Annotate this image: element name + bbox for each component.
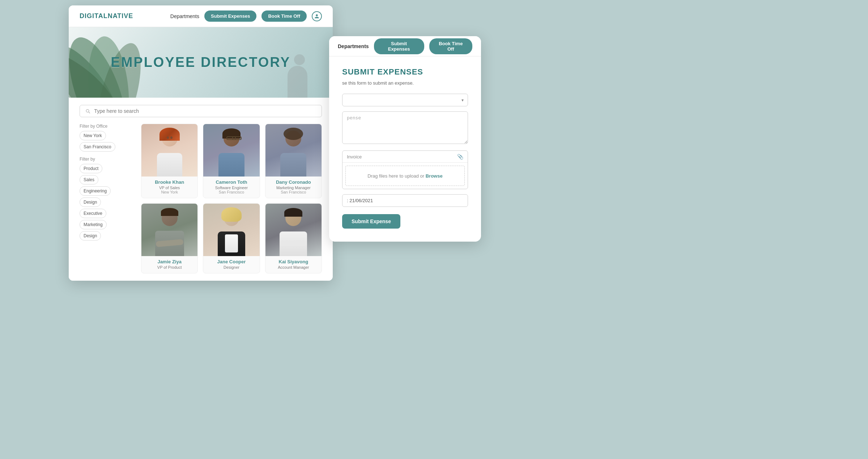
employee-name-dany: Dany Coronado [268,179,319,185]
user-profile-icon[interactable] [312,11,322,21]
nav-departments[interactable]: Departments [170,13,199,19]
nav-right: Departments Submit Expenses Book Time Of… [170,10,322,22]
filter-chip-design[interactable]: Design [80,197,101,207]
employee-photo-dany [265,124,322,177]
employee-card-info-kai: Kai Siyavong Account Manager [265,256,322,273]
employee-card-jamie[interactable]: Jamie Ziya VP of Product [141,203,198,273]
hero-title: EMPLOYEE DIRECTORY [111,55,290,70]
date-input[interactable] [342,194,468,207]
exp-book-time-off-button[interactable]: Book Time Off [429,38,472,54]
employee-name-kai: Kai Siyavong [268,259,319,264]
employee-title-jane: Designer [205,265,257,269]
filter-chip-marketing[interactable]: Marketing [80,220,107,229]
main-window: DIGITALNATIVE Departments Submit Expense… [69,5,333,281]
employee-card-info-brooke: Brooke Khan VP of Sales New York [141,177,197,198]
upload-label-text: Invoice [347,154,362,160]
employee-card-info-cameron: Cameron Toth Software Engineer San Franc… [203,177,259,198]
exp-nav-departments[interactable]: Departments [338,43,369,49]
book-time-off-button[interactable]: Book Time Off [261,10,307,22]
date-group [342,194,468,207]
employee-location-cameron: San Francisco [205,190,257,194]
expense-description-input[interactable] [342,111,468,144]
filter-chip-sanfrancisco[interactable]: San Francisco [80,142,115,152]
description-group [342,111,468,145]
dept-filter-label: Filter by [80,157,134,162]
employee-card-dany[interactable]: Dany Coronado Marketing Manager San Fran… [265,124,322,198]
expenses-description: se this form to submit an expense. [342,80,468,86]
submit-expenses-button[interactable]: Submit Expenses [204,10,256,22]
employee-card-info-jane: Jane Cooper Designer [203,256,259,273]
employee-card-brooke[interactable]: Brooke Khan VP of Sales New York [141,124,198,198]
filter-chip-newyork[interactable]: New York [80,131,106,140]
expenses-panel: Departments Submit Expenses Book Time Of… [329,36,481,242]
filter-chip-design2[interactable]: Design [80,231,101,241]
employee-grid: Brooke Khan VP of Sales New York [141,124,322,273]
employee-card-jane[interactable]: Jane Cooper Designer [203,203,260,273]
upload-drop-area[interactable]: Drag files here to upload or Browse [345,166,465,186]
submit-expense-button[interactable]: Submit Expense [342,214,400,229]
search-bar [80,105,322,117]
employee-location-brooke: New York [144,190,195,194]
paperclip-icon: 📎 [457,154,463,160]
employee-name-jamie: Jamie Ziya [144,259,195,264]
office-filter-group: Filter by Office New York San Francisco [80,124,134,152]
employee-photo-jane [203,204,259,256]
employee-name-brooke: Brooke Khan [144,179,195,185]
search-input[interactable] [94,108,316,114]
hero-banner: EMPLOYEE DIRECTORY [69,27,333,98]
employee-photo-kai [265,204,322,256]
expenses-form-body: SUBMIT EXPENSES se this form to submit a… [329,56,481,242]
employee-title-jamie: VP of Product [144,265,195,269]
employee-card-kai[interactable]: Kai Siyavong Account Manager [265,203,322,273]
office-filter-label: Filter by Office [80,124,134,129]
filter-chip-engineering[interactable]: Engineering [80,186,111,196]
employee-title-dany: Marketing Manager [268,186,319,190]
category-group: Travel Meals Equipment Other ▾ [342,94,468,106]
employee-title-brooke: VP of Sales [144,186,195,190]
employee-title-cameron: Software Engineer [205,186,257,190]
employee-photo-brooke [141,124,197,177]
expenses-title: SUBMIT EXPENSES [342,67,468,77]
upload-drop-text: Drag files here to upload or Browse [367,173,442,179]
filter-chip-sales[interactable]: Sales [80,175,98,184]
category-select-wrapper: Travel Meals Equipment Other ▾ [342,94,468,106]
category-select[interactable]: Travel Meals Equipment Other [342,94,468,106]
employee-card-info-jamie: Jamie Ziya VP of Product [141,256,197,273]
employee-photo-cameron [203,124,259,177]
filters-sidebar: Filter by Office New York San Francisco … [80,124,134,273]
employee-title-kai: Account Manager [268,265,319,269]
filter-chip-executive[interactable]: Executive [80,209,106,218]
brand-logo: DIGITALNATIVE [80,12,133,20]
dept-filter-group: Filter by Product Sales Engineering Desi… [80,157,134,241]
employee-name-jane: Jane Cooper [205,259,257,264]
browse-link[interactable]: Browse [426,173,443,179]
employee-card-info-dany: Dany Coronado Marketing Manager San Fran… [265,177,322,198]
expenses-navbar: Departments Submit Expenses Book Time Of… [329,36,481,56]
exp-submit-expenses-button[interactable]: Submit Expenses [374,38,424,54]
main-navbar: DIGITALNATIVE Departments Submit Expense… [69,5,333,27]
upload-label-row: Invoice 📎 [342,151,468,163]
employee-photo-jamie [141,204,197,256]
employee-card-cameron[interactable]: Cameron Toth Software Engineer San Franc… [203,124,260,198]
filter-chip-product[interactable]: Product [80,164,102,173]
search-icon [85,108,90,114]
content-area: Filter by Office New York San Francisco … [69,98,333,281]
upload-section: Invoice 📎 Drag files here to upload or B… [342,150,468,189]
employee-name-cameron: Cameron Toth [205,179,257,185]
filters-grid-row: Filter by Office New York San Francisco … [80,124,322,273]
employee-location-dany: San Francisco [268,190,319,194]
